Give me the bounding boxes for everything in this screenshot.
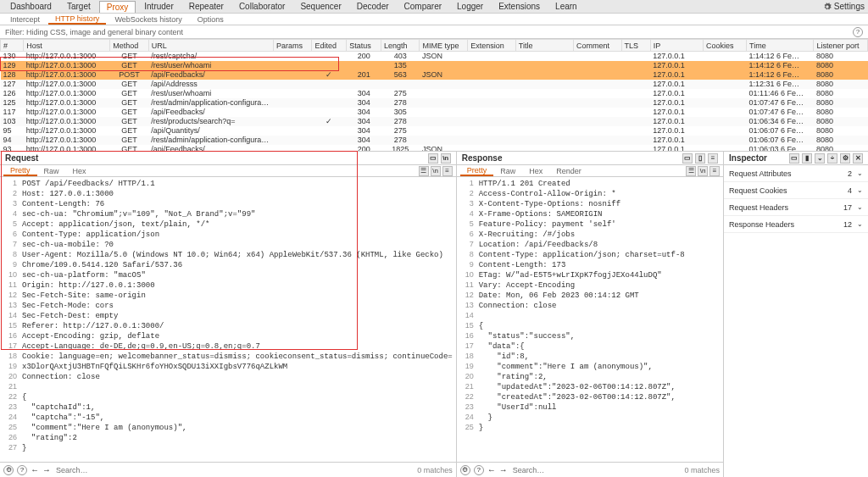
search-next-icon[interactable]: → [42,465,51,474]
insp-gear-icon[interactable]: ⚙ [840,153,850,164]
top-tab-collaborator[interactable]: Collaborator [232,1,292,13]
toggle-1-icon[interactable]: ☰ [419,166,429,176]
top-tab-logger[interactable]: Logger [450,1,490,13]
table-row[interactable]: 94http://127.0.0.1:3000GET/rest/admin/ap… [1,136,868,145]
settings-label: Settings [834,2,865,11]
col-url[interactable]: URL [148,40,273,52]
chevron-down-icon: ⌄ [857,169,863,177]
filter-bar[interactable]: Filter: Hiding CSS, image and general bi… [0,25,868,39]
top-tab-extensions[interactable]: Extensions [492,1,547,13]
settings-button[interactable]: Settings [823,2,865,11]
res-search-next-icon[interactable]: → [499,465,508,474]
col-tls[interactable]: TLS [621,40,650,52]
top-tab-dashboard[interactable]: Dashboard [3,1,58,13]
divide-icon[interactable]: ÷ [827,153,837,164]
layout-a-icon[interactable]: ▭ [682,153,693,164]
sub-tab-intercept[interactable]: Intercept [3,15,47,24]
response-matches: 0 matches [684,466,720,474]
col-host[interactable]: Host [24,40,110,52]
inspector-row[interactable]: Request Headers17⌄ [724,199,868,216]
res-search-help-icon[interactable]: ? [474,465,484,475]
response-search-bar: ⚙ ? ← → 0 matches [457,462,723,477]
table-row[interactable]: 95http://127.0.0.1:3000GET/api/Quantitys… [1,126,868,136]
col-length[interactable]: Length [381,40,420,52]
res-toggle-1-icon[interactable]: ☰ [686,166,696,176]
table-row[interactable]: 126http://127.0.0.1:3000GET/rest/user/wh… [1,89,868,98]
col-status[interactable]: Status [347,40,381,52]
editor-tab-hex[interactable]: Hex [66,167,93,175]
search-settings-icon[interactable]: ⚙ [3,465,14,475]
response-title: Response [462,153,503,163]
inspector-row[interactable]: Request Attributes2⌄ [724,165,868,182]
response-search-input[interactable] [511,464,682,476]
res-search-prev-icon[interactable]: ← [487,465,496,474]
inspector-row[interactable]: Response Headers12⌄ [724,216,868,233]
editor-tab-raw[interactable]: Raw [493,167,522,175]
table-row[interactable]: 125http://127.0.0.1:3000GET/rest/admin/a… [1,98,868,108]
sub-tab-options[interactable]: Options [191,15,231,24]
top-tab-target[interactable]: Target [60,1,97,13]
col-title[interactable]: Title [515,40,573,52]
newline-icon[interactable]: \n [441,153,451,164]
chevron-down-icon: ⌄ [857,220,863,228]
inspector-panel: Inspector ▭ ▮ ⌄ ÷ ⚙ ✕ Request Attributes… [724,152,868,477]
layout-c-icon[interactable]: ≡ [708,153,718,164]
table-row[interactable]: 103http://127.0.0.1:3000GET/rest/product… [1,117,868,126]
table-row[interactable]: 129http://127.0.0.1:3000GET/rest/user/wh… [1,61,868,70]
editor-tab-pretty[interactable]: Pretty [460,166,494,176]
close-icon[interactable]: ✕ [853,153,863,164]
search-help-icon[interactable]: ? [17,465,27,475]
top-tab-comparer[interactable]: Comparer [398,1,448,13]
chevron-down-icon: ⌄ [857,203,863,211]
table-row[interactable]: 117http://127.0.0.1:3000GET/api/Feedback… [1,108,868,117]
table-row[interactable]: 93http://127.0.0.1:3000GET/api/Feedbacks… [1,145,868,152]
col-listener-port[interactable]: Listener port [814,40,868,52]
sub-tabs-bar: InterceptHTTP historyWebSockets historyO… [0,14,868,25]
help-icon[interactable]: ? [853,27,863,37]
top-tab-decoder[interactable]: Decoder [350,1,396,13]
col-params[interactable]: Params [274,40,312,52]
col-edited[interactable]: Edited [312,40,347,52]
insp-icon-2[interactable]: ▮ [802,153,812,164]
table-row[interactable]: 128http://127.0.0.1:3000POST/api/Feedbac… [1,70,868,80]
top-tab-proxy[interactable]: Proxy [99,1,136,13]
res-toggle-3-icon[interactable]: ≡ [709,166,720,176]
res-search-settings-icon[interactable]: ⚙ [460,465,470,475]
top-tab-intruder[interactable]: Intruder [137,1,180,13]
http-history-table: #HostMethodURLParamsEditedStatusLengthMI… [0,39,868,152]
col-cookies[interactable]: Cookies [704,40,747,52]
col--[interactable]: # [1,40,24,52]
top-tab-sequencer[interactable]: Sequencer [293,1,348,13]
chevron-down-icon[interactable]: ⌄ [815,153,825,164]
editor-tab-render[interactable]: Render [549,167,588,175]
sub-tab-http-history[interactable]: HTTP history [48,14,106,25]
insp-icon-1[interactable]: ▭ [789,153,799,164]
request-title: Request [5,153,38,163]
col-mime-type[interactable]: MIME type [420,40,468,52]
table-row[interactable]: 127http://127.0.0.1:3000GET/api/Addresss… [1,80,868,89]
top-tab-learn[interactable]: Learn [548,1,584,13]
toggle-2-icon[interactable]: \n [431,166,441,176]
toggle-3-icon[interactable]: ≡ [442,166,453,176]
response-panel: Response ▭ ▯ ≡ PrettyRawHexRender ☰ \n ≡… [457,152,724,477]
editor-tab-raw[interactable]: Raw [37,167,66,175]
col-method[interactable]: Method [110,40,148,52]
top-tab-repeater[interactable]: Repeater [182,1,231,13]
col-time[interactable]: Time [747,40,814,52]
sub-tab-websockets-history[interactable]: WebSockets history [108,15,188,24]
editor-tab-pretty[interactable]: Pretty [3,166,37,176]
request-search-input[interactable] [54,464,414,476]
filter-text: Filter: Hiding CSS, image and general bi… [5,28,183,36]
col-ip[interactable]: IP [650,40,703,52]
table-row[interactable]: 130http://127.0.0.1:3000GET/rest/captcha… [1,52,868,62]
search-prev-icon[interactable]: ← [31,465,39,474]
res-toggle-2-icon[interactable]: \n [698,166,708,176]
response-editor[interactable]: 1HTTP/1.1 201 Created 2Access-Control-Al… [457,177,723,462]
editor-tab-hex[interactable]: Hex [522,167,549,175]
request-editor[interactable]: 1POST /api/Feedbacks/ HTTP/1.1 2Host: 12… [0,177,456,462]
inspector-row[interactable]: Request Cookies4⌄ [724,182,868,199]
col-extension[interactable]: Extension [468,40,516,52]
layout-b-icon[interactable]: ▯ [695,153,705,164]
col-comment[interactable]: Comment [573,40,621,52]
layout-icon[interactable]: ▭ [428,153,438,164]
